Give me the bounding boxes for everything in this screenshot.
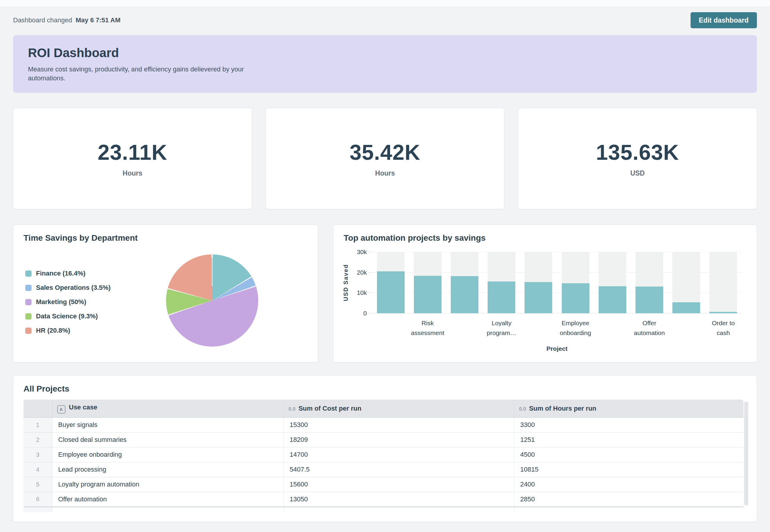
legend-label: Sales Operations (3.5%) xyxy=(36,284,111,292)
table-row: 5Loyalty program automation156002400 xyxy=(24,477,744,492)
number-type-icon: 0.0 xyxy=(519,406,526,412)
hours-cell[interactable]: 3300 xyxy=(514,417,744,432)
bar[interactable] xyxy=(525,282,552,313)
table-row-partial xyxy=(24,507,744,512)
projects-table-title: All Projects xyxy=(24,384,69,394)
legend-swatch xyxy=(25,285,32,291)
y-axis-ticks xyxy=(368,252,372,313)
pie-chart[interactable] xyxy=(166,254,258,347)
edit-dashboard-button[interactable]: Edit dashboard xyxy=(691,12,757,28)
bar[interactable] xyxy=(672,302,700,313)
projects-table: AUse case 0.0Sum of Cost per run 0.0Sum … xyxy=(24,400,744,512)
use-case-cell[interactable]: Employee onboarding xyxy=(52,447,284,462)
use-case-cell[interactable]: Lead processing xyxy=(52,462,284,477)
legend-item[interactable]: Marketing (50%) xyxy=(25,298,111,306)
column-header-hours[interactable]: 0.0Sum of Hours per run xyxy=(514,400,744,417)
hours-cell[interactable]: 2850 xyxy=(514,492,744,507)
column-label: Use case xyxy=(69,403,97,411)
cost-cell[interactable]: 14700 xyxy=(284,447,514,462)
banner-description-line1: Measure cost savings, productivity, and … xyxy=(28,65,244,73)
gridline xyxy=(372,272,742,273)
page-title: ROI Dashboard xyxy=(28,46,742,60)
cost-cell[interactable]: 5407.5 xyxy=(284,462,514,477)
cost-cell[interactable]: 15600 xyxy=(284,477,514,492)
y-tick-label: 30k xyxy=(357,249,367,255)
dashboard-changed-text: Dashboard changed May 6 7:51 AM xyxy=(13,16,120,24)
hours-cell[interactable]: 10815 xyxy=(514,462,744,477)
legend-item[interactable]: Data Science (9.3%) xyxy=(25,312,111,320)
legend-swatch xyxy=(25,328,32,334)
hours-cell xyxy=(514,507,744,512)
cost-cell[interactable]: 13050 xyxy=(284,492,514,507)
column-label: Sum of Hours per run xyxy=(529,405,596,412)
kpi-label: USD xyxy=(630,169,645,177)
hours-cell[interactable]: 1251 xyxy=(514,432,744,447)
x-axis-label: Loyaltyprogram… xyxy=(483,318,520,338)
bar-cell xyxy=(631,252,668,313)
legend-item[interactable]: HR (20.8%) xyxy=(25,327,111,334)
legend-label: HR (20.8%) xyxy=(36,327,70,334)
use-case-cell[interactable]: Closed deal summaries xyxy=(52,432,284,447)
topbar: Dashboard changed May 6 7:51 AM Edit das… xyxy=(13,12,757,29)
table-header-row: AUse case 0.0Sum of Cost per run 0.0Sum … xyxy=(24,400,744,417)
kpi-label: Hours xyxy=(375,169,395,177)
bar-plot xyxy=(372,252,742,313)
cost-cell[interactable]: 18209 xyxy=(284,432,514,447)
bar[interactable] xyxy=(709,312,737,313)
banner-description-line2: automations. xyxy=(28,74,65,82)
bar-cell xyxy=(594,252,631,313)
bar-cell xyxy=(557,252,594,313)
bar-band xyxy=(709,252,737,313)
bar[interactable] xyxy=(599,286,626,313)
bar[interactable] xyxy=(488,281,515,313)
use-case-cell[interactable]: Buyer signals xyxy=(52,417,284,432)
projects-table-body: 1Buyer signals1530033002Closed deal summ… xyxy=(24,417,744,512)
column-header-cost[interactable]: 0.0Sum of Cost per run xyxy=(284,400,514,417)
y-tick-mark xyxy=(368,272,372,273)
projects-card: All Projects AUse case 0.0Sum of Cost pe… xyxy=(13,375,757,522)
pie-chart-title: Time Savings by Department xyxy=(24,233,138,243)
row-number-cell: 1 xyxy=(24,417,52,432)
y-tick-mark xyxy=(368,252,372,252)
legend-item[interactable]: Finance (16.4%) xyxy=(25,270,111,277)
cost-cell[interactable]: 15300 xyxy=(284,417,514,432)
kpi-value: 23.11K xyxy=(98,140,167,165)
x-axis-labels: RiskassessmentLoyaltyprogram…Employeeonb… xyxy=(372,318,742,341)
pie-legend: Finance (16.4%)Sales Operations (3.5%)Ma… xyxy=(25,270,111,334)
banner-description: Measure cost savings, productivity, and … xyxy=(28,65,742,83)
bar-card: Top automation projects by savings USD S… xyxy=(333,225,757,362)
bar-cell xyxy=(409,252,446,313)
use-case-cell[interactable]: Loyalty program automation xyxy=(52,477,284,492)
table-row: 6Offer automation130502850 xyxy=(24,492,744,507)
legend-label: Finance (16.4%) xyxy=(36,270,85,277)
hours-cell[interactable]: 4500 xyxy=(514,447,744,462)
bar[interactable] xyxy=(562,283,589,313)
bar[interactable] xyxy=(451,276,478,313)
row-number-cell: 6 xyxy=(24,492,52,507)
y-axis-labels: 010k20k30k xyxy=(334,252,367,313)
table-row: 4Lead processing5407.510815 xyxy=(24,462,744,477)
column-label: Sum of Cost per run xyxy=(298,405,361,412)
bar[interactable] xyxy=(377,271,405,313)
bar-cell xyxy=(668,252,705,313)
bar[interactable] xyxy=(636,287,663,313)
legend-swatch xyxy=(25,299,32,305)
column-header-use-case[interactable]: AUse case xyxy=(52,400,284,417)
hours-cell[interactable]: 2400 xyxy=(514,477,744,492)
table-row: 3Employee onboarding147004500 xyxy=(24,447,744,462)
row-number-cell: 5 xyxy=(24,477,52,492)
number-type-icon: 0.0 xyxy=(289,406,296,412)
bar-cell xyxy=(372,252,409,313)
bar[interactable] xyxy=(414,276,442,313)
x-axis-label: Riskassessment xyxy=(409,318,446,338)
bar-cell xyxy=(483,252,520,313)
use-case-cell[interactable]: Offer automation xyxy=(52,492,284,507)
roi-dashboard-page: Dashboard changed May 6 7:51 AM Edit das… xyxy=(0,0,770,532)
y-tick-mark xyxy=(368,292,372,293)
gridline xyxy=(372,252,742,252)
table-vertical-scrollbar[interactable] xyxy=(744,401,748,506)
x-axis-label: Employeeonboarding xyxy=(557,318,594,338)
kpi-card-hours-saved: 23.11K Hours xyxy=(13,108,252,209)
legend-item[interactable]: Sales Operations (3.5%) xyxy=(25,284,111,292)
changed-prefix: Dashboard changed xyxy=(13,16,72,24)
